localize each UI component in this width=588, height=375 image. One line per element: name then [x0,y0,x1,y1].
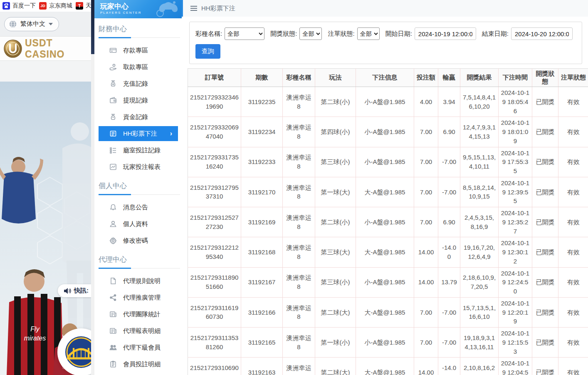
svg-text:Fly: Fly [30,325,40,333]
cell-time: 2024-10-19 18:05:46 [499,87,532,117]
sidebar-item-member-bets[interactable]: 會員投註明細 [99,356,178,373]
cell-result: 9,5,15,1,13,4,10,11 [460,147,499,177]
cell-play: 第一球(小) [315,328,356,358]
language-selector[interactable]: 繁体中文 [4,17,59,31]
bookmarks-bar: 百度一下JD京东商城T天猫 [0,0,91,12]
cell-draw_status: 已開獎 [532,328,558,358]
column-header: 玩法 [315,69,356,87]
sidebar-item-label: 代理下級會員 [123,344,161,352]
cell-period: 31192167 [241,267,283,297]
share-icon [109,294,117,301]
cell-draw_status: 已開獎 [532,358,558,375]
sidebar-item-withdraw-hand[interactable]: 取款專區 [99,59,178,75]
cell-result: 2,4,5,3,15,8,16,9 [460,207,499,237]
sidebar-item-withdraw-record[interactable]: 提現記錄 [99,92,178,109]
news-ticker[interactable]: 快訊: [58,284,91,297]
cell-winloss: -7.00 [438,297,460,327]
sidebar-menu-list: 代理規則說明代理推廣管理代理團隊統計代理報表明細代理下級會員會員投註明細會員交易… [94,268,182,375]
order-status-select[interactable]: 全部 [357,27,380,40]
warriors-logo-icon [64,335,91,369]
table-row: 215217293116196073031192166澳洲幸运8第二球(大)大-… [188,297,588,327]
jd-icon: JD [39,2,47,10]
cell-lottery: 澳洲幸运8 [283,328,315,358]
table-row: 215217293127953731031192170澳洲幸运8第一球(大)大-… [188,177,588,207]
cell-period: 31192235 [241,87,283,117]
cell-amount: 14.00 [414,358,438,375]
cell-period: 31192169 [241,207,283,237]
cell-lottery: 澳洲幸运8 [283,358,315,375]
sidebar-item-recharge-record[interactable]: 充值記錄 [99,75,178,92]
cell-time: 2024-10-19 12:30:12 [499,237,532,267]
sidebar-item-player-report[interactable]: 玩家投注報表 [99,159,178,175]
cell-bet_info: 小-A盤@1.985 [356,147,414,177]
bookmark-item[interactable]: 百度一下 [2,2,36,10]
sidebar-item-deposit-card[interactable]: 存款專區 [99,42,178,59]
cell-order_status: 有效 [558,297,588,327]
cell-time: 2024-10-19 12:39:55 [499,177,532,207]
bookmark-item[interactable]: JD京东商城 [39,2,72,10]
cell-period: 31192166 [241,297,283,327]
sidebar-item-funds-record[interactable]: 資金記錄 [99,109,178,125]
report-news-icon [109,327,117,335]
cell-order: 2152172931189051660 [188,267,241,297]
chevron-down-icon [49,23,53,25]
ticker-label: 快訊: [74,287,89,295]
sidebar-item-label: 代理推廣管理 [123,294,161,302]
baidu-icon [2,2,10,10]
table-row: 215217293125272723031192169澳洲幸运8第二球(小)小-… [188,207,588,237]
sidebar-header: 玩家中心 PLAYERS CENTER [94,0,182,18]
cell-draw_status: 已開獎 [532,267,558,297]
sidebar-scrollbar[interactable] [91,0,94,375]
draw-status-select[interactable]: 全部 [299,27,322,40]
cell-result: 19,18,9,3,14,13,16,11 [460,328,499,358]
document-icon [109,277,117,285]
column-header: 期數 [241,69,283,87]
cell-period: 31192163 [241,358,283,375]
gear-icon [109,237,117,244]
sidebar-item-hall-bet-record[interactable]: 廳室投註記錄 [99,142,178,159]
column-header: 注單狀態 [558,69,588,87]
sidebar-item-members[interactable]: 代理下級會員 [99,339,178,356]
sidebar-item-stats-news[interactable]: 代理團隊統計 [99,306,178,323]
cell-amount: 7.00 [414,207,438,237]
menu-toggle-icon[interactable] [190,6,197,11]
cell-amount: 14.00 [414,267,438,297]
sidebar-item-lottery-bet[interactable]: HH彩票下注› [99,126,178,141]
bookmark-item[interactable]: T天猫 [76,2,91,10]
cell-winloss: -14.00 [438,358,460,375]
gamepad-icon [153,1,179,17]
sidebar-item-member-trades[interactable]: 會員交易明細 [99,373,178,375]
cell-result: 8,5,18,2,14,10,9,15 [460,177,499,207]
cell-draw_status: 已開獎 [532,117,558,147]
lottery-select[interactable]: 全部 [225,27,264,40]
search-button[interactable]: 查詢 [195,44,220,59]
bets-table: 訂單號期數彩種名稱玩法下注信息投注額輸贏開獎結果下注時間開獎狀態注單狀態 215… [188,68,588,375]
brand-logo[interactable]: USDT CASINO [0,37,91,60]
sidebar-item-bell[interactable]: 消息公告 [99,199,178,216]
cell-order: 2152172931161960730 [188,297,241,327]
cell-time: 2024-10-19 12:20:19 [499,297,532,327]
cell-lottery: 澳洲幸运8 [283,237,315,267]
cell-lottery: 澳洲幸运8 [283,297,315,327]
cell-amount: 7.00 [414,147,438,177]
sidebar-item-document[interactable]: 代理規則說明 [99,273,178,289]
draw-status-filter-label: 開獎狀態: [270,30,297,38]
sidebar-item-user[interactable]: 個人資料 [99,216,178,232]
coin-logo-icon [3,39,22,58]
end-date-input[interactable] [511,27,573,40]
cell-order_status: 有效 [558,117,588,147]
recharge-record-icon [109,80,117,87]
sidebar-item-report-news[interactable]: 代理報表明細 [99,323,178,339]
start-date-input[interactable] [415,27,476,40]
cell-draw_status: 已開獎 [532,87,558,117]
column-header: 開獎結果 [460,69,499,87]
funds-record-icon [109,113,117,121]
column-header: 彩種名稱 [283,69,315,87]
sidebar-item-gear[interactable]: 修改密碼 [99,232,178,249]
sidebar-item-share[interactable]: 代理推廣管理 [99,289,178,306]
withdraw-hand-icon [109,63,117,71]
sidebar-section-title: 代理中心 [99,255,180,268]
sidebar-item-label: 玩家投注報表 [123,163,161,171]
sidebar-item-label: 廳室投註記錄 [123,147,161,154]
speaker-icon [64,288,71,294]
